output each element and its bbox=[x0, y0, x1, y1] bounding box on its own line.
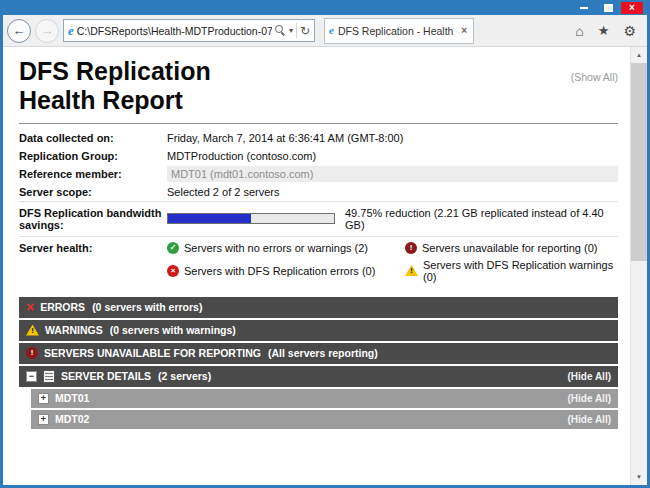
browser-window: × ← → e C:\DFSReports\Health-MDTProducti… bbox=[0, 0, 650, 488]
address-divider bbox=[296, 23, 297, 38]
scrollbar-down-button[interactable]: ▼ bbox=[631, 469, 647, 485]
browser-frame: ← → e C:\DFSReports\Health-MDTProduction… bbox=[3, 15, 647, 485]
close-button[interactable]: × bbox=[621, 2, 643, 14]
server-icon bbox=[43, 370, 55, 383]
section-title: SERVERS UNAVAILABLE FOR REPORTING bbox=[44, 347, 261, 359]
section-warnings-bar[interactable]: ! WARNINGS (0 servers with warnings) bbox=[19, 320, 618, 341]
section-detail: (2 servers) bbox=[158, 370, 211, 382]
field-value: Selected 2 of 2 servers bbox=[167, 186, 618, 198]
search-icon[interactable] bbox=[275, 25, 286, 36]
check-circle-icon: ✓ bbox=[167, 242, 179, 254]
health-item-label: Servers with no errors or warnings (2) bbox=[184, 242, 368, 254]
field-label: Server scope: bbox=[19, 186, 167, 198]
browser-toolbar: ← → e C:\DFSReports\Health-MDTProduction… bbox=[3, 15, 647, 47]
ie-logo-icon: e bbox=[68, 24, 74, 37]
cross-glyph: × bbox=[171, 267, 176, 275]
field-value: Friday, March 7, 2014 at 6:36:41 AM (GMT… bbox=[167, 132, 618, 144]
scrollbar-track[interactable] bbox=[631, 261, 647, 469]
tools-gear-icon[interactable]: ⚙ bbox=[618, 24, 641, 38]
server-name: MDT02 bbox=[55, 413, 89, 425]
scroll-down-icon: ▼ bbox=[636, 474, 642, 480]
unavailable-circle-icon: ! bbox=[26, 347, 38, 359]
field-label: Server health: bbox=[19, 242, 167, 254]
hide-all-link[interactable]: (Hide All) bbox=[567, 414, 611, 425]
server-row-mdt02[interactable]: + MDT02 (Hide All) bbox=[31, 410, 618, 429]
tab-dfs-report[interactable]: e DFS Replication - Health Re... × bbox=[324, 18, 474, 44]
bandwidth-text: 49.75% reduction (2.21 GB replicated ins… bbox=[345, 207, 618, 231]
bandwidth-progress-fill bbox=[168, 214, 251, 223]
back-arrow-icon: ← bbox=[13, 23, 26, 38]
health-item-ok: ✓ Servers with no errors or warnings (2) bbox=[167, 242, 405, 254]
scroll-up-icon: ▲ bbox=[636, 52, 642, 58]
report-page: (Show All) DFS Replication Health Report… bbox=[3, 47, 630, 485]
minimize-icon bbox=[580, 7, 588, 9]
address-dropdown-icon[interactable]: ▾ bbox=[289, 26, 293, 35]
section-detail: (0 servers with errors) bbox=[92, 301, 202, 313]
field-bandwidth-savings: DFS Replication bandwidth savings: 49.75… bbox=[19, 201, 618, 237]
title-divider bbox=[19, 123, 618, 124]
maximize-icon bbox=[604, 4, 613, 12]
address-input[interactable]: C:\DFSReports\Health-MDTProduction-07M bbox=[77, 25, 272, 37]
expand-icon[interactable]: + bbox=[38, 393, 49, 404]
health-item-errors: × Servers with DFS Replication errors (0… bbox=[167, 259, 405, 283]
tab-close-icon[interactable]: × bbox=[459, 25, 469, 36]
favorites-star-icon[interactable]: ★ bbox=[593, 24, 615, 37]
expand-icon[interactable]: + bbox=[38, 414, 49, 425]
section-unavailable-bar[interactable]: ! SERVERS UNAVAILABLE FOR REPORTING (All… bbox=[19, 343, 618, 364]
field-label: Data collected on: bbox=[19, 132, 167, 144]
section-title: WARNINGS bbox=[45, 324, 103, 336]
page-title: DFS Replication Health Report bbox=[19, 57, 630, 115]
field-replication-group: Replication Group: MDTProduction (contos… bbox=[19, 147, 618, 165]
back-button[interactable]: ← bbox=[7, 19, 31, 43]
hide-all-link[interactable]: (Hide All) bbox=[567, 393, 611, 404]
page-title-line1: DFS Replication bbox=[19, 57, 630, 86]
address-bar[interactable]: e C:\DFSReports\Health-MDTProduction-07M… bbox=[63, 19, 315, 42]
error-circle-icon: × bbox=[167, 265, 179, 277]
home-icon[interactable]: ⌂ bbox=[570, 24, 588, 38]
check-glyph: ✓ bbox=[170, 244, 177, 252]
section-detail: (All servers reporting) bbox=[268, 347, 378, 359]
collapse-icon[interactable]: − bbox=[26, 371, 37, 382]
field-data-collected: Data collected on: Friday, March 7, 2014… bbox=[19, 129, 618, 147]
field-label: Reference member: bbox=[19, 168, 167, 180]
report-summary: Data collected on: Friday, March 7, 2014… bbox=[19, 129, 618, 286]
scrollbar-thumb[interactable] bbox=[631, 63, 647, 261]
forward-button[interactable]: → bbox=[35, 19, 59, 43]
field-server-health: Server health: ✓ Servers with no errors … bbox=[19, 237, 618, 286]
field-server-scope: Server scope: Selected 2 of 2 servers bbox=[19, 183, 618, 201]
tab-title: DFS Replication - Health Re... bbox=[338, 25, 455, 37]
content-area: (Show All) DFS Replication Health Report… bbox=[3, 47, 647, 485]
hide-all-link[interactable]: (Hide All) bbox=[567, 371, 611, 382]
server-row-mdt01[interactable]: + MDT01 (Hide All) bbox=[31, 389, 618, 408]
field-value: MDTProduction (contoso.com) bbox=[167, 150, 618, 162]
page-title-line2: Health Report bbox=[19, 86, 630, 115]
scrollbar[interactable]: ▲ ▼ bbox=[630, 47, 647, 485]
health-item-label: Servers with DFS Replication errors (0) bbox=[184, 265, 375, 277]
field-reference-member: Reference member: MDT01 (mdt01.contoso.c… bbox=[19, 165, 618, 183]
section-errors-bar[interactable]: × ERRORS (0 servers with errors) bbox=[19, 297, 618, 318]
exclaim-glyph: ! bbox=[410, 267, 413, 276]
bandwidth-progress-bar bbox=[167, 213, 335, 224]
scrollbar-up-button[interactable]: ▲ bbox=[631, 47, 647, 63]
report-sections: × ERRORS (0 servers with errors) ! WARNI… bbox=[19, 297, 618, 429]
health-item-warnings: ! Servers with DFS Replication warnings … bbox=[405, 259, 618, 283]
section-detail: (0 servers with warnings) bbox=[110, 324, 236, 336]
section-server-details-bar[interactable]: − SERVER DETAILS (2 servers) (Hide All) bbox=[19, 366, 618, 387]
forward-arrow-icon: → bbox=[41, 23, 54, 38]
window-caption: × bbox=[573, 2, 643, 14]
close-icon: × bbox=[629, 3, 635, 13]
refresh-icon[interactable]: ↻ bbox=[300, 25, 310, 37]
show-all-link[interactable]: (Show All) bbox=[571, 71, 618, 83]
minimize-button[interactable] bbox=[573, 2, 595, 14]
warning-triangle-icon: ! bbox=[26, 325, 39, 336]
maximize-button[interactable] bbox=[597, 2, 619, 14]
field-value: MDT01 (mdt01.contoso.com) bbox=[167, 166, 618, 182]
error-x-icon: × bbox=[26, 300, 34, 314]
section-title: ERRORS bbox=[40, 301, 85, 313]
health-item-label: Servers unavailable for reporting (0) bbox=[422, 242, 597, 254]
field-label: Replication Group: bbox=[19, 150, 167, 162]
server-name: MDT01 bbox=[55, 392, 89, 404]
exclaim-glyph: ! bbox=[410, 244, 413, 252]
health-item-unavailable: ! Servers unavailable for reporting (0) bbox=[405, 242, 618, 254]
field-value: 49.75% reduction (2.21 GB replicated ins… bbox=[167, 207, 618, 231]
